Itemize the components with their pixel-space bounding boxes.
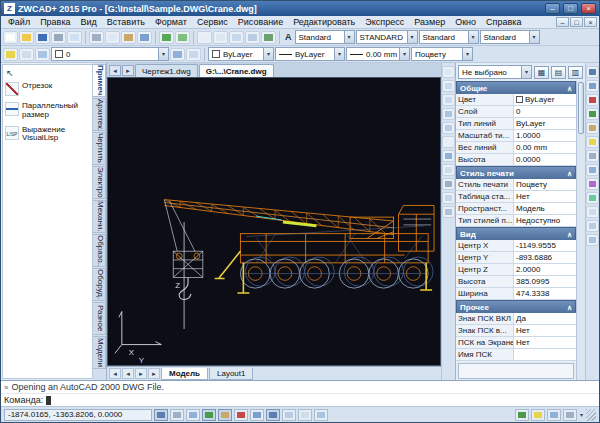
property-value[interactable]: 1.0000 (514, 130, 576, 141)
dropdown-arrow-icon[interactable]: ▾ (407, 31, 417, 43)
property-row-layer[interactable]: Слой 0 (456, 106, 576, 118)
zoom-window-icon[interactable] (442, 122, 455, 134)
zoom-realtime-icon[interactable] (213, 31, 228, 44)
property-row-ltscale[interactable]: Масштаб ти... 1.0000 (456, 130, 576, 142)
property-row-width[interactable]: Ширина 474.3338 (456, 288, 576, 300)
lock-ui-icon[interactable] (547, 409, 561, 421)
property-row-center-z[interactable]: Центр Z 2.0000 (456, 264, 576, 276)
property-value[interactable]: Нет (514, 325, 576, 336)
render-icon[interactable] (442, 192, 455, 204)
property-value[interactable]: -1149.9555 (514, 240, 576, 251)
property-value[interactable]: ByLayer (514, 118, 576, 129)
tab-layout1[interactable]: Layout1 (209, 368, 253, 380)
color-dropdown[interactable]: ByLayer ▾ (208, 47, 274, 61)
snap-toggle[interactable] (154, 409, 168, 421)
command-history-icon[interactable]: » (4, 383, 8, 392)
quick-properties-toggle[interactable] (298, 409, 312, 421)
new-icon[interactable] (3, 31, 18, 44)
command-prompt[interactable]: Команда: (1, 394, 599, 406)
layout-first-icon[interactable]: ◄ (109, 368, 121, 379)
scrollbar-thumb[interactable] (578, 82, 584, 134)
palette-tab-samples[interactable]: Образо... (93, 234, 106, 267)
draw-block-icon[interactable] (586, 178, 599, 190)
title-bar[interactable]: Z ZWCAD+ 2015 Pro - [G:\Install\Sample.D… (1, 1, 599, 16)
table-style-dropdown[interactable]: Standard ▾ (419, 30, 479, 44)
property-row-color[interactable]: Цвет ByLayer (456, 94, 576, 106)
make-object-layer-current-icon[interactable] (170, 48, 185, 61)
dropdown-arrow-icon[interactable]: ▾ (399, 48, 409, 60)
clean-screen-icon[interactable] (515, 409, 529, 421)
collapse-chevron-icon[interactable]: ∧ (567, 168, 572, 179)
property-value[interactable] (514, 349, 576, 360)
cut-icon[interactable] (89, 31, 104, 44)
layer-properties-icon[interactable] (3, 48, 18, 61)
open-icon[interactable] (19, 31, 34, 44)
menu-modify[interactable]: Редактировать (288, 17, 360, 27)
menu-dimension[interactable]: Размер (409, 17, 450, 27)
palette-tab-equipment[interactable]: Оборуд... (93, 268, 106, 301)
menu-format[interactable]: Формат (150, 17, 192, 27)
property-row-ucs-origin[interactable]: Знак ПСК в... Нет (456, 325, 576, 337)
doc-tab-next-icon[interactable]: ► (122, 65, 134, 76)
property-row-thickness[interactable]: Высота 0.0000 (456, 154, 576, 166)
palette-tab-models[interactable]: Модели (93, 336, 106, 369)
doc-tab-crane[interactable]: G:\...\Crane.dwg (199, 64, 274, 77)
command-line-window[interactable]: » Opening an AutoCAD 2000 DWG File. Кома… (1, 380, 599, 406)
menu-edit[interactable]: Правка (35, 17, 75, 27)
draw-rectangle-icon[interactable] (586, 122, 599, 134)
plot-icon[interactable] (51, 31, 66, 44)
grid-toggle[interactable] (170, 409, 184, 421)
undo-icon[interactable] (159, 31, 174, 44)
lineweight-dropdown[interactable]: 0.00 mm ▾ (346, 47, 410, 61)
dropdown-arrow-icon[interactable]: ▾ (158, 48, 168, 60)
draw-spline-icon[interactable] (586, 192, 599, 204)
linetype-dropdown[interactable]: ByLayer ▾ (275, 47, 345, 61)
property-value[interactable]: 474.3338 (514, 288, 576, 299)
property-value[interactable]: Недоступно (514, 215, 576, 226)
paste-icon[interactable] (121, 31, 136, 44)
draw-polyline-icon[interactable] (586, 80, 599, 92)
property-value[interactable]: Поцвету (514, 179, 576, 190)
otrack-toggle[interactable] (234, 409, 248, 421)
section-header-misc[interactable]: Прочее ∧ (456, 300, 576, 313)
zoom-window-icon[interactable] (229, 31, 244, 44)
draw-line-icon[interactable] (586, 66, 599, 78)
draw-circle-icon[interactable] (586, 94, 599, 106)
layer-states-icon[interactable] (19, 48, 34, 61)
collapse-chevron-icon[interactable]: ∧ (567, 302, 572, 313)
property-value[interactable]: 385.0995 (514, 276, 576, 287)
regen-all-icon[interactable] (442, 206, 455, 218)
dyn-input-toggle[interactable] (282, 409, 296, 421)
property-row-ucs-on[interactable]: Знак ПСК ВКЛ Да (456, 313, 576, 325)
workspace-icon[interactable] (531, 409, 545, 421)
property-row-ucs-perviewport[interactable]: ПСК на Экране Нет (456, 337, 576, 349)
mdi-minimize-button[interactable]: – (556, 17, 569, 27)
section-header-view[interactable]: Вид ∧ (456, 227, 576, 240)
shade-icon[interactable] (442, 178, 455, 190)
select-objects-icon[interactable]: ▤ (551, 66, 566, 79)
lineweight-toggle[interactable] (250, 409, 264, 421)
restore-button[interactable]: □ (563, 3, 578, 14)
zoom-out-icon[interactable] (442, 94, 455, 106)
menu-view[interactable]: Вид (76, 17, 102, 27)
property-value[interactable]: Да (514, 313, 576, 324)
dropdown-arrow-icon[interactable]: ▾ (263, 48, 273, 60)
model-canvas[interactable]: Z X Y (107, 77, 441, 366)
menu-express[interactable]: Экспресс (360, 17, 409, 27)
plot-style-dropdown[interactable]: Поцвету ▾ (411, 47, 473, 61)
dropdown-arrow-icon[interactable]: ▾ (468, 31, 478, 43)
draw-hatch-icon[interactable] (586, 136, 599, 148)
menu-help[interactable]: Справка (481, 17, 526, 27)
palette-tab-mechanical[interactable]: Механи... (93, 200, 106, 233)
property-row-linetype[interactable]: Тип линий ByLayer (456, 118, 576, 130)
property-value[interactable]: ByLayer (514, 94, 576, 105)
annotation-scale-toggle[interactable] (314, 409, 328, 421)
menu-tools[interactable]: Сервис (192, 17, 233, 27)
copy-icon[interactable] (105, 31, 120, 44)
properties-scrollbar[interactable] (576, 81, 585, 380)
section-header-general[interactable]: Общие ∧ (456, 81, 576, 94)
menu-insert[interactable]: Вставить (102, 17, 150, 27)
mdi-restore-button[interactable]: □ (570, 17, 583, 27)
dropdown-arrow-icon[interactable]: ▾ (529, 31, 539, 43)
collapse-chevron-icon[interactable]: ∧ (567, 229, 572, 240)
